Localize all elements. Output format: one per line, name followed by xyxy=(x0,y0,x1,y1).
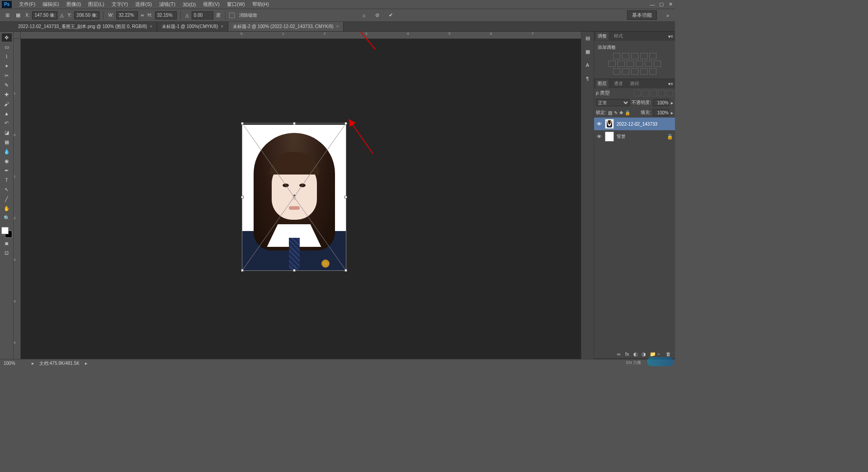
adjustments-tab[interactable]: 调整 xyxy=(596,32,609,40)
adj-thresh-icon[interactable] xyxy=(631,68,638,75)
swatches-panel-icon[interactable]: ▦ xyxy=(583,47,592,56)
styles-tab[interactable]: 样式 xyxy=(612,32,625,40)
delete-layer-icon[interactable]: 🗑 xyxy=(666,351,673,358)
lock-all-icon[interactable]: 🔒 xyxy=(625,110,630,115)
opacity-input[interactable] xyxy=(653,99,669,106)
warp-mode-icon[interactable]: ⌂ xyxy=(359,11,368,20)
doc-info-flyout-icon[interactable]: ▸ xyxy=(85,361,87,366)
layer-filter-type-icon[interactable] xyxy=(650,90,657,96)
new-adjustment-icon[interactable]: ◑ xyxy=(642,351,649,358)
foreground-color[interactable] xyxy=(1,227,9,234)
x-input[interactable] xyxy=(32,11,57,19)
menu-layer[interactable]: 图层(L) xyxy=(85,0,108,9)
antialias-checkbox[interactable] xyxy=(229,13,235,18)
dodge-tool-icon[interactable]: ◉ xyxy=(2,157,12,165)
pen-tool-icon[interactable]: ✒ xyxy=(2,166,12,175)
adj-exposure-icon[interactable] xyxy=(640,53,647,59)
opacity-flyout-icon[interactable]: ▸ xyxy=(671,100,673,105)
adj-hue-icon[interactable] xyxy=(609,61,616,67)
crop-tool-icon[interactable]: ✂ xyxy=(2,71,12,80)
commit-transform-icon[interactable]: ✔ xyxy=(387,11,396,20)
adj-colorbal-icon[interactable] xyxy=(618,61,625,67)
doc-tab-3[interactable]: 未标题-2 @ 100% (2022-12-02_143733, CMYK/8)… xyxy=(228,22,344,31)
reference-point-icon[interactable]: ▦ xyxy=(14,11,23,20)
menu-edit[interactable]: 编辑(E) xyxy=(39,0,63,9)
color-swatches[interactable] xyxy=(1,227,12,238)
link-icon[interactable]: ∞ xyxy=(140,13,145,18)
healing-brush-tool-icon[interactable]: ✚ xyxy=(2,90,12,99)
adj-levels-icon[interactable] xyxy=(622,53,629,59)
menu-image[interactable]: 图像(I) xyxy=(63,0,85,9)
delta-icon[interactable]: △ xyxy=(59,13,65,18)
marquee-tool-icon[interactable]: ▭ xyxy=(2,43,12,51)
move-tool-icon[interactable]: ✥ xyxy=(2,33,12,42)
menu-view[interactable]: 视图(V) xyxy=(199,0,223,9)
zoom-level[interactable]: 100% xyxy=(4,361,26,366)
lasso-tool-icon[interactable]: ⌇ xyxy=(2,52,12,61)
path-select-tool-icon[interactable]: ↖ xyxy=(2,185,12,194)
h-input[interactable] xyxy=(155,11,177,19)
transform-handle-mr[interactable] xyxy=(344,196,347,198)
adj-mixer-icon[interactable] xyxy=(645,61,652,67)
paths-tab[interactable]: 路径 xyxy=(628,80,641,88)
layer-mask-icon[interactable]: ◐ xyxy=(633,351,641,358)
lock-pos-icon[interactable]: ✥ xyxy=(619,110,623,115)
workspace-switcher[interactable]: 基本功能 xyxy=(627,10,657,20)
doc-tab-1-close-icon[interactable]: × xyxy=(150,24,152,29)
adj-curves-icon[interactable] xyxy=(631,53,638,59)
layer-filter-pixel-icon[interactable] xyxy=(634,90,641,96)
hand-tool-icon[interactable]: ✋ xyxy=(2,204,12,212)
stamp-tool-icon[interactable]: ▲ xyxy=(2,109,12,118)
canvas-area[interactable]: 0 1 2 3 4 5 6 7 1 0 1 2 3 4 5 xyxy=(14,32,581,359)
adj-selcolor-icon[interactable] xyxy=(649,68,656,75)
y-input[interactable] xyxy=(74,11,99,19)
layers-panel-menu-icon[interactable]: ▾≡ xyxy=(668,81,673,86)
panel-collapse-icon[interactable]: » xyxy=(663,11,672,20)
cancel-transform-icon[interactable]: ⊘ xyxy=(373,11,382,20)
menu-3d[interactable]: 3D(D) xyxy=(179,1,199,8)
transform-handle-bl[interactable] xyxy=(241,269,244,272)
maximize-button[interactable]: ▢ xyxy=(657,1,666,8)
paragraph-panel-icon[interactable]: ¶ xyxy=(583,74,592,83)
quickmask-icon[interactable]: ◙ xyxy=(2,239,12,247)
adj-vibrance-icon[interactable] xyxy=(649,53,656,59)
adj-poster-icon[interactable] xyxy=(622,68,629,75)
transform-handle-br[interactable] xyxy=(344,269,347,272)
transform-handle-ml[interactable] xyxy=(241,196,244,198)
adj-photo-icon[interactable] xyxy=(636,61,643,67)
layer-filter-smart-icon[interactable] xyxy=(666,90,673,96)
screenmode-icon[interactable]: ⊡ xyxy=(2,249,12,257)
layer-name-1[interactable]: 2022-12-02_143733 xyxy=(617,122,657,127)
adj-bw-icon[interactable] xyxy=(627,61,634,67)
close-button[interactable]: ✕ xyxy=(666,1,675,8)
channels-tab[interactable]: 通道 xyxy=(612,80,625,88)
transform-handle-tr[interactable] xyxy=(344,122,347,125)
gradient-tool-icon[interactable]: ▦ xyxy=(2,138,12,146)
blend-mode-select[interactable]: 正常 xyxy=(596,99,630,106)
fill-input[interactable] xyxy=(653,109,669,116)
menu-window[interactable]: 窗口(W) xyxy=(223,0,249,9)
lock-trans-icon[interactable]: ▨ xyxy=(608,110,612,115)
adj-brightness-icon[interactable] xyxy=(613,53,620,59)
layer-name-2[interactable]: 背景 xyxy=(617,133,626,140)
eyedropper-tool-icon[interactable]: ✎ xyxy=(2,81,12,89)
doc-tab-1[interactable]: 2022-12-02_143733_看图王_副本.png @ 100% (图层 … xyxy=(14,22,157,31)
free-transform-box[interactable]: ✦ xyxy=(242,123,346,271)
shape-tool-icon[interactable]: ╱ xyxy=(2,195,12,203)
transform-handle-tl[interactable] xyxy=(241,122,244,125)
menu-select[interactable]: 选择(S) xyxy=(132,0,156,9)
menu-help[interactable]: 帮助(H) xyxy=(249,0,273,9)
layer-filter-adj-icon[interactable] xyxy=(642,90,649,96)
w-input[interactable] xyxy=(116,11,138,19)
adj-gradmap-icon[interactable] xyxy=(640,68,647,75)
doc-tab-3-close-icon[interactable]: × xyxy=(336,24,339,29)
angle-input[interactable] xyxy=(192,11,213,19)
link-layers-icon[interactable]: ∞ xyxy=(617,351,624,358)
layer-filter-shape-icon[interactable] xyxy=(658,90,665,96)
layer-visibility-icon[interactable]: 👁 xyxy=(596,121,602,127)
blur-tool-icon[interactable]: 💧 xyxy=(2,147,12,156)
lock-pixel-icon[interactable]: ✎ xyxy=(614,110,618,115)
new-layer-icon[interactable]: ▫ xyxy=(658,351,665,358)
eraser-tool-icon[interactable]: ◪ xyxy=(2,128,12,137)
new-group-icon[interactable]: 📁 xyxy=(650,351,657,358)
